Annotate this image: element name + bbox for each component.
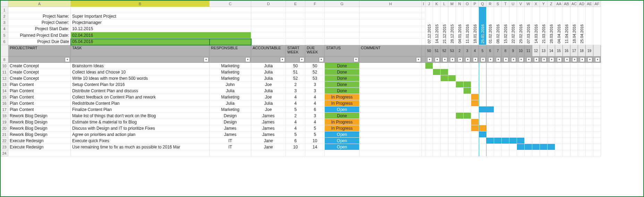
gantt-cell[interactable] — [548, 125, 555, 131]
gantt-cell[interactable] — [502, 75, 509, 82]
cell[interactable] — [359, 7, 422, 13]
gantt-cell[interactable] — [578, 69, 586, 75]
gantt-cell[interactable] — [525, 63, 532, 69]
gantt-cell[interactable] — [532, 75, 540, 82]
gantt-cell[interactable] — [548, 138, 555, 144]
gantt-cell[interactable] — [586, 150, 593, 156]
gantt-cell[interactable] — [486, 113, 494, 119]
gantt-cell[interactable] — [441, 69, 448, 75]
gantt-cell[interactable] — [548, 119, 555, 125]
gantt-cell[interactable] — [525, 69, 532, 75]
cell-status[interactable]: Open — [325, 131, 359, 138]
gantt-cell[interactable] — [479, 119, 486, 125]
gantt-cell[interactable] — [570, 94, 578, 100]
gantt-cell[interactable] — [471, 88, 479, 94]
column-header-R[interactable]: R — [486, 1, 494, 7]
gantt-cell[interactable] — [425, 138, 433, 144]
gantt-cell[interactable] — [563, 119, 570, 125]
gantt-cell[interactable] — [555, 125, 563, 131]
gantt-cell[interactable] — [593, 138, 601, 144]
cell[interactable] — [305, 39, 325, 45]
cell[interactable] — [422, 63, 425, 69]
filter-button[interactable]: ▾ — [442, 57, 447, 62]
gantt-cell[interactable] — [479, 106, 486, 113]
gantt-cell[interactable] — [532, 150, 540, 156]
gantt-cell[interactable] — [441, 131, 448, 138]
gantt-cell[interactable] — [494, 113, 502, 119]
gantt-cell[interactable] — [563, 113, 570, 119]
cell-status[interactable]: Done — [325, 63, 359, 69]
cell-accountable[interactable]: Julia — [251, 88, 286, 94]
column-header-K[interactable]: K — [433, 1, 441, 7]
row-header[interactable]: 6 — [1, 39, 8, 45]
cell[interactable] — [325, 39, 359, 45]
gantt-cell[interactable] — [479, 94, 486, 100]
gantt-cell[interactable] — [456, 94, 464, 100]
cell-startweek[interactable]: 2 — [286, 82, 305, 88]
cell-responsible[interactable]: Marketing — [210, 63, 251, 69]
gantt-cell[interactable] — [517, 106, 525, 113]
gantt-cell[interactable] — [548, 144, 555, 150]
gantt-cell[interactable] — [517, 119, 525, 125]
filter-button[interactable]: ▾ — [245, 57, 250, 62]
gantt-cell[interactable] — [586, 144, 593, 150]
cell-dueweek[interactable]: 10 — [305, 138, 325, 144]
cell[interactable] — [325, 20, 359, 26]
row-header[interactable] — [1, 45, 8, 57]
cell[interactable] — [359, 13, 422, 19]
gantt-cell[interactable] — [532, 138, 540, 144]
gantt-cell[interactable] — [433, 144, 441, 150]
gantt-cell[interactable] — [570, 82, 578, 88]
filter-button[interactable]: ▾ — [595, 57, 600, 62]
gantt-cell[interactable] — [471, 125, 479, 131]
filter-button[interactable]: ▾ — [65, 57, 70, 62]
gantt-cell[interactable] — [570, 125, 578, 131]
gantt-cell[interactable] — [441, 63, 448, 69]
cell[interactable] — [251, 39, 286, 45]
gantt-cell[interactable] — [540, 88, 548, 94]
cell-status[interactable]: Done — [325, 113, 359, 119]
gantt-cell[interactable] — [509, 69, 517, 75]
gantt-cell[interactable] — [433, 131, 441, 138]
gantt-cell[interactable] — [494, 88, 502, 94]
cell-task[interactable]: Make list of things that don't work on t… — [71, 113, 210, 119]
gantt-cell[interactable] — [456, 144, 464, 150]
cell-comment[interactable] — [359, 138, 422, 144]
gantt-cell[interactable] — [471, 94, 479, 100]
gantt-cell[interactable] — [425, 63, 433, 69]
meta-value[interactable]: 02.04.2016 — [71, 32, 210, 38]
gantt-cell[interactable] — [525, 88, 532, 94]
cell-accountable[interactable]: James — [251, 113, 286, 119]
cell-responsible[interactable]: Julia — [210, 88, 251, 94]
gantt-cell[interactable] — [448, 75, 456, 82]
cell[interactable] — [422, 119, 425, 125]
cell-comment[interactable] — [359, 94, 422, 100]
gantt-cell[interactable] — [586, 88, 593, 94]
gantt-cell[interactable] — [479, 150, 486, 156]
gantt-cell[interactable] — [509, 125, 517, 131]
cell-startweek[interactable]: 3 — [286, 88, 305, 94]
filter-button[interactable]: ▾ — [427, 57, 432, 62]
gantt-cell[interactable] — [433, 82, 441, 88]
gantt-cell[interactable] — [425, 125, 433, 131]
gantt-cell[interactable] — [548, 63, 555, 69]
cell-comment[interactable] — [359, 106, 422, 113]
gantt-cell[interactable] — [502, 106, 509, 113]
filter-button[interactable]: ▾ — [519, 57, 524, 62]
row-header[interactable]: 11 — [1, 69, 8, 75]
gantt-cell[interactable] — [517, 69, 525, 75]
cell-responsible[interactable]: Design — [210, 119, 251, 125]
gantt-cell[interactable] — [486, 63, 494, 69]
cell-task[interactable]: Collect Ideas and Choose 10 — [71, 69, 210, 75]
gantt-cell[interactable] — [456, 106, 464, 113]
gantt-cell[interactable] — [448, 69, 456, 75]
gantt-cell[interactable] — [555, 100, 563, 106]
gantt-cell[interactable] — [479, 88, 486, 94]
filter-button[interactable]: ▾ — [458, 57, 463, 62]
cell[interactable] — [422, 20, 425, 26]
cell[interactable] — [286, 13, 305, 19]
gantt-cell[interactable] — [502, 88, 509, 94]
gantt-cell[interactable] — [479, 63, 486, 69]
gantt-cell[interactable] — [540, 75, 548, 82]
gantt-cell[interactable] — [563, 63, 570, 69]
